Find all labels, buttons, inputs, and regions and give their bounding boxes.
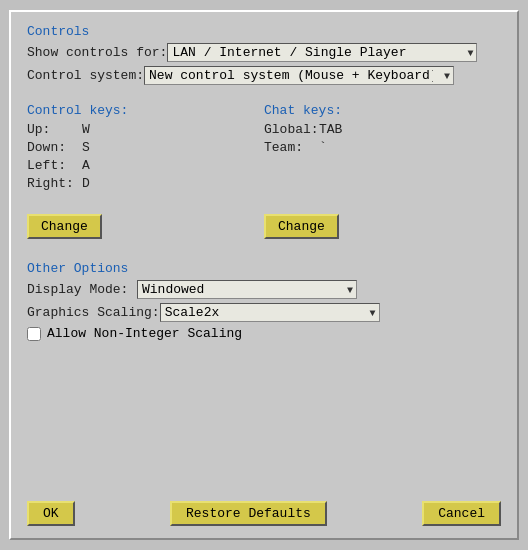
- control-system-select[interactable]: New control system (Mouse + Keyboard) Ol…: [144, 66, 454, 85]
- display-mode-select[interactable]: Windowed Fullscreen Borderless: [137, 280, 357, 299]
- key-left-row: Left: A: [27, 158, 264, 173]
- change-chat-col: Change: [264, 208, 501, 239]
- graphics-scaling-label: Graphics Scaling:: [27, 305, 160, 320]
- key-right-value: D: [82, 176, 90, 191]
- non-integer-scaling-label: Allow Non-Integer Scaling: [47, 326, 242, 341]
- footer: OK Restore Defaults Cancel: [27, 491, 501, 526]
- display-mode-row: Display Mode: Windowed Fullscreen Border…: [27, 280, 501, 299]
- control-system-wrapper: New control system (Mouse + Keyboard) Ol…: [144, 66, 454, 85]
- key-down-row: Down: S: [27, 140, 264, 155]
- graphics-scaling-row: Graphics Scaling: Scale2x Scale3x None: [27, 303, 501, 322]
- key-right-label: Right:: [27, 176, 82, 191]
- display-mode-wrapper: Windowed Fullscreen Borderless: [137, 280, 357, 299]
- other-options-title: Other Options: [27, 261, 501, 276]
- control-system-label: Control system:: [27, 68, 144, 83]
- chat-global-label: Global:: [264, 122, 319, 137]
- key-left-value: A: [82, 158, 90, 173]
- show-controls-row: Show controls for: LAN / Internet / Sing…: [27, 43, 501, 62]
- change-buttons-row: Change Change: [27, 208, 501, 239]
- key-up-row: Up: W: [27, 122, 264, 137]
- chat-global-value: TAB: [319, 122, 342, 137]
- other-options-section: Other Options Display Mode: Windowed Ful…: [27, 261, 501, 341]
- divider: [27, 245, 501, 255]
- non-integer-scaling-row: Allow Non-Integer Scaling: [27, 326, 501, 341]
- controls-title: Controls: [27, 24, 501, 39]
- chat-team-label: Team:: [264, 140, 319, 155]
- keys-section: Control keys: Up: W Down: S Left: A Righ…: [27, 103, 501, 194]
- show-controls-wrapper: LAN / Internet / Single Player Singlepla…: [167, 43, 477, 62]
- controls-section: Controls Show controls for: LAN / Intern…: [27, 24, 501, 89]
- control-keys-title: Control keys:: [27, 103, 264, 118]
- chat-keys-title: Chat keys:: [264, 103, 501, 118]
- key-up-value: W: [82, 122, 90, 137]
- ok-button[interactable]: OK: [27, 501, 75, 526]
- cancel-button[interactable]: Cancel: [422, 501, 501, 526]
- chat-keys-col: Chat keys: Global: TAB Team: `: [264, 103, 501, 194]
- key-up-label: Up:: [27, 122, 82, 137]
- change-chat-button[interactable]: Change: [264, 214, 339, 239]
- control-keys-col: Control keys: Up: W Down: S Left: A Righ…: [27, 103, 264, 194]
- non-integer-scaling-checkbox[interactable]: [27, 327, 41, 341]
- change-controls-button[interactable]: Change: [27, 214, 102, 239]
- control-system-row: Control system: New control system (Mous…: [27, 66, 501, 85]
- key-down-label: Down:: [27, 140, 82, 155]
- key-down-value: S: [82, 140, 90, 155]
- change-controls-col: Change: [27, 208, 264, 239]
- key-right-row: Right: D: [27, 176, 264, 191]
- chat-team-row: Team: `: [264, 140, 501, 155]
- chat-team-value: `: [319, 140, 327, 155]
- graphics-scaling-wrapper: Scale2x Scale3x None: [160, 303, 380, 322]
- chat-global-row: Global: TAB: [264, 122, 501, 137]
- show-controls-select[interactable]: LAN / Internet / Single Player Singlepla…: [167, 43, 477, 62]
- key-left-label: Left:: [27, 158, 82, 173]
- show-controls-label: Show controls for:: [27, 45, 167, 60]
- display-mode-label: Display Mode:: [27, 282, 137, 297]
- controls-dialog: Controls Show controls for: LAN / Intern…: [9, 10, 519, 540]
- graphics-scaling-select[interactable]: Scale2x Scale3x None: [160, 303, 380, 322]
- restore-defaults-button[interactable]: Restore Defaults: [170, 501, 327, 526]
